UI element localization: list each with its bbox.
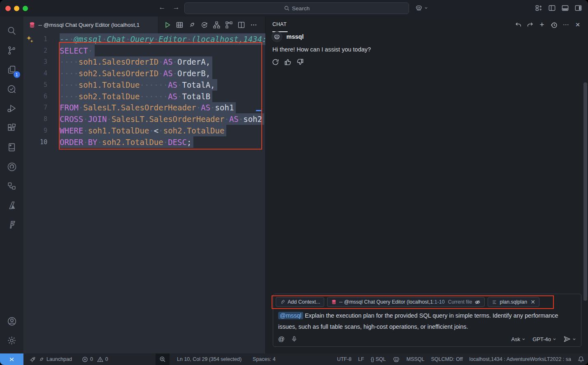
sidebar-item-connections[interactable] — [3, 176, 21, 196]
actual-plan-icon[interactable] — [225, 21, 233, 29]
new-chat-icon[interactable]: + — [537, 20, 546, 29]
selected-code-text[interactable]: ····soh1.TotalDue······AS·TotalA, — [60, 79, 217, 91]
remote-indicator[interactable] — [0, 353, 23, 365]
selected-code-text[interactable]: ORDER·BY·soh2.TotalDue·DESC; — [60, 136, 193, 148]
close-window-button[interactable] — [5, 6, 11, 11]
sidebar-item-azure[interactable] — [3, 196, 21, 215]
more-actions-icon[interactable] — [249, 21, 258, 29]
sidebar-item-settings[interactable] — [3, 331, 21, 350]
current-file-chip[interactable]: -- @mssql Chat Query Editor (localhost,1… — [327, 297, 485, 307]
undo-icon[interactable] — [514, 20, 523, 29]
eye-icon[interactable] — [474, 299, 481, 305]
selected-code-text[interactable]: SELECT· — [60, 45, 95, 56]
close-icon[interactable]: × — [573, 20, 582, 29]
editor-body[interactable]: 1--·@mssql·Chat·Query·Editor·(localhost,… — [23, 33, 265, 353]
copilot-menu-button[interactable] — [415, 4, 428, 12]
thumbs-down-icon[interactable] — [296, 58, 304, 66]
sidebar-item-run-and-debug[interactable] — [3, 99, 21, 118]
line-number[interactable]: 4 — [23, 70, 47, 77]
code-line[interactable]: 5····soh1.TotalDue······AS·TotalA, — [23, 79, 265, 91]
maximize-window-button[interactable] — [23, 6, 28, 11]
problems-button[interactable]: 0 0 — [82, 353, 108, 365]
cursor-position[interactable]: Ln 10, Col 29 (354 selected) — [177, 356, 242, 362]
code-line[interactable]: 6····soh2.TotalDue······AS·TotalB — [23, 91, 265, 102]
chat-tab[interactable]: CHAT — [272, 21, 287, 27]
line-number[interactable]: 10 — [23, 138, 47, 146]
sidebar-item-source-control[interactable] — [3, 41, 21, 60]
selected-code-text[interactable]: ····soh2.SalesOrderID·AS·OrderB, — [60, 68, 212, 79]
toggle-primary-sidebar-icon[interactable] — [548, 4, 556, 12]
sidebar-item-tasks[interactable] — [3, 80, 21, 99]
launchpad-button[interactable]: Launchpad — [30, 353, 72, 365]
sidebar-item-flag[interactable] — [3, 215, 21, 234]
change-connection-icon[interactable] — [200, 21, 209, 29]
more-icon[interactable]: ⋯ — [561, 20, 570, 29]
selected-code-text[interactable]: ····soh1.SalesOrderID·AS·OrderA, — [60, 56, 212, 68]
code-line[interactable]: 2SELECT· — [23, 45, 265, 56]
microphone-icon[interactable] — [291, 336, 297, 342]
sidebar-item-account[interactable] — [3, 311, 21, 331]
sidebar-item-notebook[interactable] — [3, 138, 21, 157]
editor-tab[interactable]: -- @mssql Chat Query Editor (localhost,1 — [23, 16, 158, 33]
code-line[interactable]: 8CROSS·JOIN·SalesLT.SalesOrderHeader·AS·… — [23, 113, 265, 125]
toggle-panel-icon[interactable] — [561, 4, 569, 12]
estimated-plan-icon[interactable] — [212, 21, 221, 29]
selected-code-text[interactable]: --·@mssql·Chat·Query·Editor·(localhost,1… — [60, 33, 265, 45]
back-button[interactable]: ← — [158, 3, 166, 12]
selected-code-text[interactable]: ····soh2.TotalDue······AS·TotalB — [60, 91, 212, 102]
model-dropdown[interactable]: GPT-4o — [532, 336, 556, 342]
sidebar-item-github[interactable] — [3, 157, 21, 176]
sidebar-item-chat-editors[interactable]: 1 — [3, 60, 21, 80]
retry-icon[interactable] — [272, 58, 279, 66]
line-number[interactable]: 8 — [23, 115, 47, 123]
code-line[interactable]: 3····soh1.SalesOrderID·AS·OrderA, — [23, 56, 265, 68]
toggle-secondary-sidebar-icon[interactable] — [574, 4, 582, 12]
code-line[interactable]: 10ORDER·BY·soh2.TotalDue·DESC; — [23, 136, 265, 148]
redo-icon[interactable] — [525, 20, 535, 29]
chat-input-text[interactable]: @mssql Explain the execution plan for th… — [278, 310, 578, 332]
minimize-window-button[interactable] — [14, 6, 19, 11]
code-line[interactable]: 4····soh2.SalesOrderID·AS·OrderB, — [23, 68, 265, 79]
line-number[interactable]: 6 — [23, 93, 47, 100]
code-line[interactable]: 9WHERE·soh1.TotalDue·<·soh2.TotalDue — [23, 125, 265, 136]
results-grid-icon[interactable] — [175, 21, 184, 29]
line-number[interactable]: 2 — [23, 47, 47, 54]
line-number[interactable]: 7 — [23, 104, 47, 111]
mode-dropdown[interactable]: Ask — [511, 336, 526, 342]
sqlcmd-status[interactable]: SQLCMD: Off — [431, 356, 463, 362]
code-line[interactable]: 7FROM·SalesLT.SalesOrderHeader·AS·soh1 — [23, 102, 265, 114]
mssql-status[interactable]: MSSQL — [407, 356, 425, 362]
history-icon[interactable] — [549, 20, 558, 29]
plan-file-chip[interactable]: plan.sqlplan ✕ — [488, 297, 539, 307]
thumbs-up-icon[interactable] — [284, 58, 292, 66]
copilot-status-icon[interactable] — [393, 356, 400, 363]
eol-status[interactable]: LF — [358, 356, 364, 362]
customize-layout-icon[interactable] — [535, 4, 543, 12]
add-context-chip[interactable]: Add Context... — [276, 297, 324, 307]
sidebar-item-search[interactable] — [3, 21, 21, 41]
send-button[interactable] — [563, 335, 576, 343]
selected-code-text[interactable]: FROM·SalesLT.SalesOrderHeader·AS·soh1 — [60, 102, 236, 114]
zoom-indicator[interactable] — [156, 353, 170, 365]
code-line[interactable]: 1--·@mssql·Chat·Query·Editor·(localhost,… — [23, 33, 265, 45]
indentation-status[interactable]: Spaces: 4 — [253, 356, 276, 362]
run-query-button[interactable] — [163, 21, 172, 29]
notifications-bell-icon[interactable] — [578, 356, 584, 363]
chat-scrollbar[interactable] — [583, 82, 587, 301]
line-number[interactable]: 1 — [23, 35, 47, 43]
connection-status[interactable]: localhost,1434 : AdventureWorksLT2022 : … — [469, 356, 571, 362]
line-number[interactable]: 3 — [23, 58, 47, 66]
selected-code-text[interactable]: CROSS·JOIN·SalesLT.SalesOrderHeader·AS·s… — [60, 113, 264, 125]
encoding-status[interactable]: UTF-8 — [337, 356, 351, 362]
disconnect-icon[interactable] — [188, 21, 196, 29]
mention-button[interactable]: @ — [278, 335, 285, 343]
selected-code-text[interactable]: WHERE·soh1.TotalDue·<·soh2.TotalDue — [60, 125, 226, 136]
remove-chip-icon[interactable]: ✕ — [530, 299, 535, 305]
split-editor-icon[interactable] — [237, 21, 246, 29]
command-center-search[interactable]: Search — [184, 2, 409, 14]
line-number[interactable]: 5 — [23, 81, 47, 89]
forward-button[interactable]: → — [172, 3, 180, 12]
line-number[interactable]: 9 — [23, 127, 47, 134]
sidebar-item-extensions[interactable] — [3, 118, 21, 138]
language-mode[interactable]: {} SQL — [371, 356, 386, 362]
